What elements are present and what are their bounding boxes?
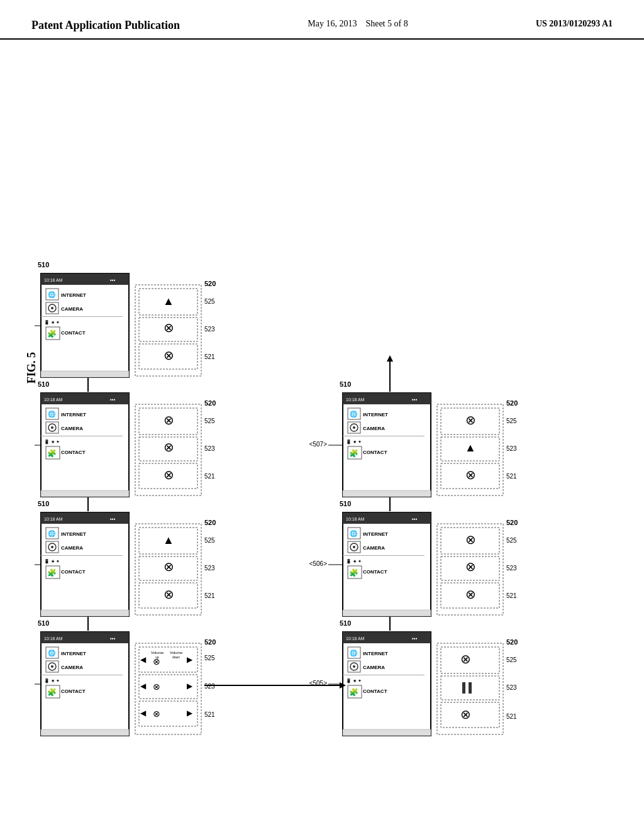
diagram-501: 10:18 AM ▪▪▪ 🌐 INTERNET CAMERA 📱 ★ ✦ 🧩 C… xyxy=(35,619,129,736)
svg-text:INTERNET: INTERNET xyxy=(61,292,86,298)
svg-text:▲: ▲ xyxy=(163,534,174,546)
svg-text:CAMERA: CAMERA xyxy=(363,665,385,670)
svg-text:521: 521 xyxy=(204,353,215,360)
svg-text:CONTACT: CONTACT xyxy=(363,689,387,694)
svg-text:🧩: 🧩 xyxy=(47,329,57,338)
svg-text:⊗: ⊗ xyxy=(465,413,476,427)
svg-text:⊗: ⊗ xyxy=(460,707,471,721)
svg-text:INTERNET: INTERNET xyxy=(363,531,388,537)
svg-text:510: 510 xyxy=(38,261,49,268)
widget-501: Volume up Volume down ◀ ⊗ ▶ ◀ ⊗ ▶ ◀ ⊗ ▶ … xyxy=(135,638,216,734)
widget-504: ▲ ⊗ ⊗ 525 523 521 520 xyxy=(135,280,216,376)
svg-rect-11 xyxy=(41,675,123,675)
svg-text:📱 ★ ✦: 📱 ★ ✦ xyxy=(346,439,362,445)
svg-text:📱 ★ ✦: 📱 ★ ✦ xyxy=(346,678,362,683)
svg-text:CAMERA: CAMERA xyxy=(61,306,83,312)
svg-text:🧩: 🧩 xyxy=(349,448,358,458)
svg-text:▪▪▪: ▪▪▪ xyxy=(110,516,116,522)
diagram-505: 10:18 AM ▪▪▪ 🌐 INTERNET CAMERA 📱 ★ ✦ 🧩 C… xyxy=(309,619,431,736)
svg-text:▶: ▶ xyxy=(187,709,193,717)
svg-text:CAMERA: CAMERA xyxy=(61,426,83,431)
svg-text:510: 510 xyxy=(340,500,351,507)
widget-507: ⊗ ▲ ⊗ 525 523 521 520 xyxy=(437,399,518,495)
svg-text:520: 520 xyxy=(506,399,518,407)
svg-text:📱 ★ ✦: 📱 ★ ✦ xyxy=(44,678,60,683)
svg-text:🌐: 🌐 xyxy=(48,529,56,538)
svg-text:520: 520 xyxy=(204,399,216,407)
svg-text:🧩: 🧩 xyxy=(47,448,57,458)
svg-text:▪▪▪: ▪▪▪ xyxy=(412,516,418,522)
svg-point-187 xyxy=(353,426,355,429)
svg-text:520: 520 xyxy=(204,280,216,287)
svg-text:CAMERA: CAMERA xyxy=(61,545,83,551)
svg-text:▪▪▪: ▪▪▪ xyxy=(412,397,418,402)
svg-text:▪▪▪: ▪▪▪ xyxy=(110,277,116,283)
svg-text:INTERNET: INTERNET xyxy=(61,651,86,656)
svg-text:10:18 AM: 10:18 AM xyxy=(44,397,63,402)
svg-text:<507>: <507> xyxy=(309,441,328,448)
svg-text:521: 521 xyxy=(506,473,517,480)
date-sheet: May 16, 2013 Sheet 5 of 8 xyxy=(308,19,408,29)
svg-text:521: 521 xyxy=(506,592,517,599)
svg-text:523: 523 xyxy=(204,445,215,452)
svg-rect-90 xyxy=(41,555,123,556)
svg-text:Volume: Volume xyxy=(170,651,183,655)
svg-text:521: 521 xyxy=(204,473,215,480)
svg-text:CONTACT: CONTACT xyxy=(61,689,86,694)
svg-point-9 xyxy=(51,665,53,668)
svg-text:CONTACT: CONTACT xyxy=(61,330,86,336)
svg-text:◀: ◀ xyxy=(140,709,147,717)
svg-text:CAMERA: CAMERA xyxy=(363,545,385,551)
svg-text:10:18 AM: 10:18 AM xyxy=(44,517,63,521)
svg-text:🧩: 🧩 xyxy=(47,568,57,577)
svg-text:🧩: 🧩 xyxy=(349,568,358,577)
svg-text:<506>: <506> xyxy=(309,560,328,567)
svg-text:525: 525 xyxy=(506,656,517,663)
svg-text:CONTACT: CONTACT xyxy=(61,450,86,455)
svg-text:🌐: 🌐 xyxy=(350,410,358,418)
svg-text:523: 523 xyxy=(506,684,517,691)
svg-text:▪▪▪: ▪▪▪ xyxy=(110,636,116,641)
svg-text:🧩: 🧩 xyxy=(349,687,358,697)
svg-text:⊗: ⊗ xyxy=(465,587,476,601)
svg-text:525: 525 xyxy=(204,537,215,544)
svg-text:⊗: ⊗ xyxy=(164,413,174,427)
svg-text:▪▪▪: ▪▪▪ xyxy=(412,636,418,641)
svg-text:CONTACT: CONTACT xyxy=(61,569,86,575)
svg-text:▲: ▲ xyxy=(163,295,174,307)
svg-text:525: 525 xyxy=(506,418,517,424)
svg-text:CAMERA: CAMERA xyxy=(363,426,385,431)
svg-text:⊗: ⊗ xyxy=(153,656,160,667)
patent-number: US 2013/0120293 A1 xyxy=(536,19,613,29)
svg-text:CAMERA: CAMERA xyxy=(61,665,83,670)
svg-text:◀: ◀ xyxy=(140,655,147,664)
svg-text:520: 520 xyxy=(506,638,518,646)
svg-text:10:18 AM: 10:18 AM xyxy=(346,397,365,402)
svg-text:⊗: ⊗ xyxy=(465,560,476,573)
svg-marker-210 xyxy=(387,355,393,362)
svg-text:⊗: ⊗ xyxy=(164,560,174,573)
svg-text:521: 521 xyxy=(204,592,215,599)
svg-point-154 xyxy=(51,426,53,429)
svg-text:525: 525 xyxy=(204,418,215,424)
diagram-504: 10:18 AM ▪▪▪ 🌐 INTERNET CAMERA 📱 ★ ✦ 🧩 C… xyxy=(35,261,129,377)
svg-text:🧩: 🧩 xyxy=(47,687,57,697)
svg-text:520: 520 xyxy=(506,519,518,526)
svg-text:▶: ▶ xyxy=(187,682,193,690)
page: Patent Application Publication May 16, 2… xyxy=(0,0,644,792)
svg-text:⊗: ⊗ xyxy=(164,440,174,454)
diagram-507: 10:18 AM ▪▪▪ 🌐 INTERNET CAMERA 📱 ★ ✦ 🧩 C… xyxy=(309,380,431,497)
svg-text:523: 523 xyxy=(204,326,215,333)
svg-rect-156 xyxy=(41,436,123,436)
widget-506: ⊗ ⊗ ⊗ 525 523 521 520 xyxy=(437,519,518,615)
svg-text:Volume: Volume xyxy=(151,651,164,655)
svg-text:📱 ★ ✦: 📱 ★ ✦ xyxy=(44,558,60,564)
page-header: Patent Application Publication May 16, 2… xyxy=(0,0,644,40)
svg-text:🌐: 🌐 xyxy=(350,649,358,657)
svg-rect-16 xyxy=(41,729,129,736)
svg-rect-227 xyxy=(41,371,129,377)
widget-502: ▲ ⊗ ⊗ 525 523 521 520 xyxy=(135,519,216,615)
svg-point-88 xyxy=(51,546,53,548)
svg-text:523: 523 xyxy=(204,565,215,572)
svg-text:🌐: 🌐 xyxy=(48,649,56,657)
